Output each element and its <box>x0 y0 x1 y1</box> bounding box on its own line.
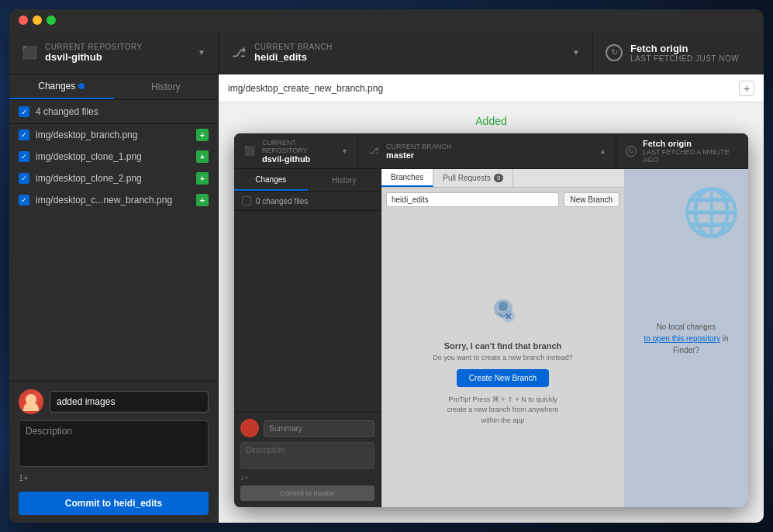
nested-fetch-subtitle: Last fetched a minute ago <box>643 148 738 164</box>
avatar-image <box>19 389 43 414</box>
select-all-checkbox[interactable]: ✓ <box>19 106 29 117</box>
file-status-added: + <box>196 129 209 141</box>
nested-select-all[interactable] <box>242 196 251 206</box>
branch-search-input[interactable] <box>386 192 559 207</box>
repo-name: dsvil-github <box>45 51 190 63</box>
file-name: img/desktop_clone_1.png <box>36 151 196 162</box>
repo-arrow: ▼ <box>198 48 205 57</box>
nested-tab-history[interactable]: History <box>308 169 381 191</box>
pr-count-badge: 0 <box>494 174 503 182</box>
nested-toolbar: ⬛ Current Repository dsvil-github ▼ ⎇ Cu… <box>234 133 748 169</box>
new-branch-button[interactable]: New Branch <box>564 192 619 207</box>
branch-icon: ⎇ <box>231 45 247 60</box>
nested-repo-name: dsvil-github <box>262 154 335 164</box>
branch-arrow: ▼ <box>572 48 580 57</box>
changed-files-header: ✓ 4 changed files <box>9 100 218 124</box>
nested-contributor: 1+ <box>240 474 374 482</box>
nested-commit-row: Summary <box>240 419 374 437</box>
branches-panel: Branches Pull Requests 0 New Branch <box>381 169 624 507</box>
protip-text: ProTip! Press ⌘ + ⇧ + N to quicklycreate… <box>447 395 559 427</box>
description-input[interactable]: Description <box>19 420 209 467</box>
file-name: img/desktop_clone_2.png <box>36 173 196 184</box>
branch-not-found: Sorry, I can't find that branch Do you w… <box>381 212 624 507</box>
sidebar: Changes History ✓ 4 changed files ✓ img/… <box>9 74 219 523</box>
fetch-subtitle: Last fetched just now <box>630 54 751 63</box>
branch-name: heidi_edits <box>254 51 564 63</box>
branch-selector[interactable]: ⎇ Current Branch heidi_edits ▼ <box>219 31 593 74</box>
nested-branch-text: Current Branch master <box>386 143 593 160</box>
avatar <box>19 389 43 414</box>
main-toolbar: ⬛ Current Repository dsvil-github ▼ ⎇ Cu… <box>9 31 764 74</box>
fetch-icon: ↻ <box>606 44 623 61</box>
file-name: img/desktop_c...new_branch.png <box>36 195 196 206</box>
close-button[interactable] <box>19 16 28 25</box>
file-item[interactable]: ✓ img/desktop_branch.png + <box>9 124 218 146</box>
commit-area: Description 1+ Commit to heidi_edits <box>9 381 218 523</box>
file-checkbox[interactable]: ✓ <box>19 130 29 140</box>
nested-repo-text: Current Repository dsvil-github <box>262 139 335 164</box>
file-item[interactable]: ✓ img/desktop_clone_2.png + <box>9 168 218 189</box>
diff-area: Added ⬛ Current Repository dsvil-github … <box>219 102 764 523</box>
nested-branch-name: master <box>386 150 593 160</box>
branches-tab[interactable]: Branches <box>381 169 433 187</box>
nested-commit-button[interactable]: Commit to master <box>240 485 374 501</box>
file-item[interactable]: ✓ img/desktop_c...new_branch.png + <box>9 189 218 211</box>
nested-changed-header: 0 changed files <box>234 192 381 211</box>
file-checkbox[interactable]: ✓ <box>19 195 29 206</box>
file-status-added: + <box>196 172 209 185</box>
commit-button[interactable]: Commit to heidi_edits <box>19 492 209 515</box>
tab-history[interactable]: History <box>114 74 219 99</box>
file-name: img/desktop_branch.png <box>36 130 196 140</box>
nested-branch-arrow: ▲ <box>599 147 606 155</box>
file-checkbox[interactable]: ✓ <box>19 151 29 162</box>
tab-changes[interactable]: Changes <box>9 74 114 99</box>
repo-icon: ⬛ <box>22 45 37 60</box>
file-path-bar: img/desktop_create_new_branch.png + <box>219 74 764 102</box>
commit-summary-input[interactable] <box>50 391 209 413</box>
maximize-button[interactable] <box>47 16 56 25</box>
file-checkbox[interactable]: ✓ <box>19 173 29 184</box>
nested-tab-changes[interactable]: Changes <box>234 169 308 191</box>
not-found-icon <box>484 293 523 332</box>
nested-branch-selector[interactable]: ⎇ Current Branch master ▲ <box>358 133 616 168</box>
pull-requests-tab[interactable]: Pull Requests 0 <box>433 169 513 187</box>
finder-link[interactable]: to open this repository <box>644 334 720 343</box>
create-branch-button[interactable]: Create New Branch <box>457 369 549 387</box>
title-bar <box>9 9 764 31</box>
nested-description[interactable]: Description <box>240 442 374 469</box>
minimize-button[interactable] <box>33 16 42 25</box>
nested-fetch-button[interactable]: ↻ Fetch origin Last fetched a minute ago <box>616 133 748 168</box>
diff-label: Added <box>475 115 506 127</box>
branch-text: Current Branch heidi_edits <box>254 43 564 63</box>
nested-summary-input[interactable]: Summary <box>264 420 374 437</box>
add-tab-button[interactable]: + <box>739 81 754 96</box>
nested-avatar <box>240 419 259 437</box>
file-path: img/desktop_create_new_branch.png <box>228 83 739 94</box>
far-right-panel: 🌐 No local changes to open this reposito… <box>624 169 748 507</box>
nested-branch-icon: ⎇ <box>368 145 380 157</box>
nested-repo-selector[interactable]: ⬛ Current Repository dsvil-github ▼ <box>234 133 358 168</box>
file-status-added: + <box>196 194 209 206</box>
repo-text: Current Repository dsvil-github <box>45 43 190 63</box>
branches-tabs: Branches Pull Requests 0 <box>381 169 624 188</box>
nested-fetch-label: Fetch origin <box>643 139 738 148</box>
nested-repo-label: Current Repository <box>262 139 335 154</box>
main-content: Changes History ✓ 4 changed files ✓ img/… <box>9 74 764 523</box>
repository-selector[interactable]: ⬛ Current Repository dsvil-github ▼ <box>9 31 219 74</box>
nested-branch-label: Current Branch <box>386 143 593 150</box>
nested-changed-count: 0 changed files <box>256 197 308 206</box>
fetch-text: Fetch origin Last fetched just now <box>630 43 751 63</box>
contributor-icon: 1+ <box>19 473 209 482</box>
nested-app: ⬛ Current Repository dsvil-github ▼ ⎇ Cu… <box>234 133 748 507</box>
file-item[interactable]: ✓ img/desktop_clone_1.png + <box>9 146 218 168</box>
decorative-art: 🌐 <box>682 185 740 240</box>
repo-label: Current Repository <box>45 43 190 51</box>
fetch-button[interactable]: ↻ Fetch origin Last fetched just now <box>593 31 764 74</box>
nested-commit-area: Summary Description 1+ Commit to master <box>234 412 381 507</box>
changes-badge <box>78 83 85 89</box>
changed-files-count: 4 changed files <box>36 106 209 117</box>
branch-label: Current Branch <box>254 43 564 51</box>
description-placeholder: Description <box>26 426 72 437</box>
sidebar-tabs: Changes History <box>9 74 218 100</box>
traffic-lights <box>19 16 56 25</box>
